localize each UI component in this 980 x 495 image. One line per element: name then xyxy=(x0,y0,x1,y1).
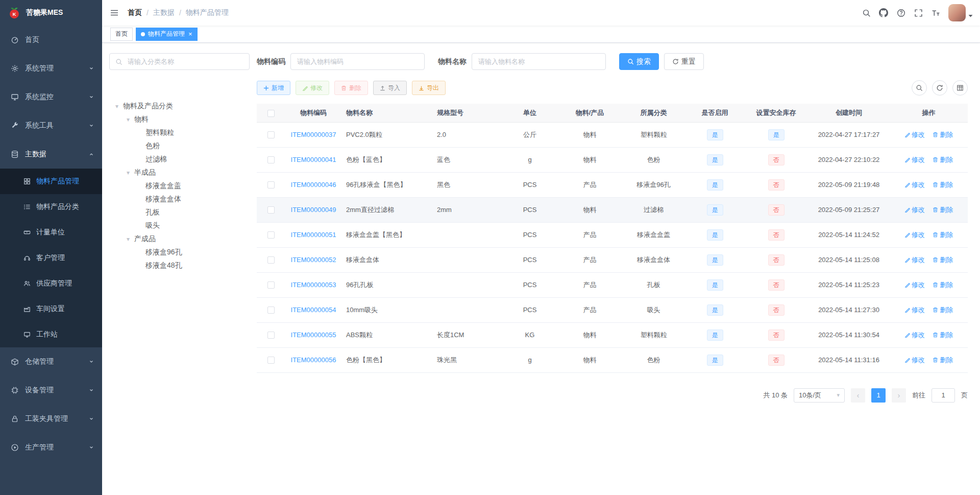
sidebar-subitem-material-product-category[interactable]: 物料产品分类 xyxy=(0,194,102,220)
breadcrumb-master-data[interactable]: 主数据 xyxy=(153,8,175,17)
sidebar-item-warehouse-mgmt[interactable]: 仓储管理 xyxy=(0,347,102,376)
sidebar-item-system-mgmt[interactable]: 系统管理 xyxy=(0,54,102,83)
tree-node[interactable]: ▾ 吸头 xyxy=(109,219,250,232)
select-all-checkbox[interactable] xyxy=(267,110,275,117)
sidebar-subitem-material-product-mgmt[interactable]: 物料产品管理 xyxy=(0,169,102,194)
table-row[interactable]: ITEM00000051 移液盒盒盖【黑色】 PCS 产品 移液盒盒盖 是 否 … xyxy=(257,222,968,247)
delete-row-link[interactable]: 删除 xyxy=(933,230,953,240)
tree-node[interactable]: ▾ 半成品 xyxy=(109,166,250,179)
sidebar-subitem-measure-unit[interactable]: 计量单位 xyxy=(0,220,102,245)
enabled-tag[interactable]: 是 xyxy=(707,279,723,291)
enabled-tag[interactable]: 是 xyxy=(707,179,723,191)
page-1-button[interactable]: 1 xyxy=(871,388,886,403)
delete-row-link[interactable]: 删除 xyxy=(933,205,953,215)
sidebar-item-fixture-mgmt[interactable]: 工装夹具管理 xyxy=(0,405,102,433)
table-row[interactable]: ITEM00000052 移液盒盒体 PCS 产品 移液盒盒体 是 否 2022… xyxy=(257,247,968,272)
sidebar-item-system-tools[interactable]: 系统工具 xyxy=(0,111,102,140)
tree-node[interactable]: ▾ 物料及产品分类 xyxy=(109,100,250,113)
edit-row-link[interactable]: 修改 xyxy=(904,255,925,265)
enabled-tag[interactable]: 是 xyxy=(707,355,723,366)
sidebar-item-master-data[interactable]: 主数据 xyxy=(0,140,102,169)
tree-node[interactable]: ▾ 过滤棉 xyxy=(109,153,250,166)
row-checkbox[interactable] xyxy=(267,256,275,264)
material-code-input[interactable] xyxy=(290,53,425,70)
delete-row-link[interactable]: 删除 xyxy=(933,155,953,164)
material-code-link[interactable]: ITEM00000053 xyxy=(291,281,336,289)
import-button[interactable]: 导入 xyxy=(373,81,407,95)
material-code-link[interactable]: ITEM00000056 xyxy=(291,356,336,364)
enabled-tag[interactable]: 是 xyxy=(707,204,723,216)
tree-node[interactable]: ▾ 孔板 xyxy=(109,206,250,219)
edit-row-link[interactable]: 修改 xyxy=(904,280,925,290)
goto-page-input[interactable] xyxy=(932,388,955,403)
table-row[interactable]: ITEM00000037 PVC2.0颗粒 2.0 公斤 物料 塑料颗粒 是 是… xyxy=(257,122,968,147)
edit-row-link[interactable]: 修改 xyxy=(904,230,925,240)
material-code-link[interactable]: ITEM00000046 xyxy=(291,181,336,188)
delete-row-link[interactable]: 删除 xyxy=(933,356,953,365)
caret-icon[interactable]: ▾ xyxy=(113,103,120,110)
material-code-link[interactable]: ITEM00000052 xyxy=(291,256,336,264)
sidebar-item-home[interactable]: 首页 xyxy=(0,26,102,54)
safe-stock-tag[interactable]: 否 xyxy=(768,355,785,366)
enabled-tag[interactable]: 是 xyxy=(707,304,723,316)
safe-stock-tag[interactable]: 是 xyxy=(768,129,785,140)
safe-stock-tag[interactable]: 否 xyxy=(768,179,785,191)
reset-button[interactable]: 重置 xyxy=(664,53,704,70)
font-size-icon[interactable] xyxy=(927,0,944,26)
sidebar-subitem-supplier-mgmt[interactable]: 供应商管理 xyxy=(0,271,102,296)
safe-stock-tag[interactable]: 否 xyxy=(768,154,785,166)
tree-node[interactable]: ▾ 移液盒盒体 xyxy=(109,193,250,206)
close-icon[interactable]: × xyxy=(188,31,192,37)
add-button[interactable]: 新增 xyxy=(257,81,290,95)
caret-icon[interactable]: ▾ xyxy=(125,235,132,243)
table-row[interactable]: ITEM00000056 色粉【黑色】 珠光黑 g 物料 色粉 是 否 2022… xyxy=(257,347,968,372)
next-page-button[interactable]: › xyxy=(892,388,906,403)
category-search-input[interactable] xyxy=(127,57,243,66)
table-row[interactable]: ITEM00000046 96孔移液盒【黑色】 黑色 PCS 产品 移液盒96孔… xyxy=(257,172,968,197)
tab-material-product-mgmt[interactable]: 物料产品管理 × xyxy=(136,28,198,41)
fullscreen-icon[interactable] xyxy=(910,0,927,26)
prev-page-button[interactable]: ‹ xyxy=(851,388,865,403)
sidebar-subitem-workstation[interactable]: 工作站 xyxy=(0,322,102,347)
delete-row-link[interactable]: 删除 xyxy=(933,130,953,139)
enabled-tag[interactable]: 是 xyxy=(707,329,723,341)
row-checkbox[interactable] xyxy=(267,357,275,364)
enabled-tag[interactable]: 是 xyxy=(707,254,723,266)
enabled-tag[interactable]: 是 xyxy=(707,154,723,166)
sidebar-subitem-customer-mgmt[interactable]: 客户管理 xyxy=(0,245,102,271)
sidebar-item-production-mgmt[interactable]: 生产管理 xyxy=(0,433,102,462)
safe-stock-tag[interactable]: 否 xyxy=(768,254,785,266)
material-code-link[interactable]: ITEM00000054 xyxy=(291,306,336,314)
search-button[interactable]: 搜索 xyxy=(619,53,659,70)
tree-node[interactable]: ▾ 色粉 xyxy=(109,139,250,153)
delete-row-link[interactable]: 删除 xyxy=(933,331,953,340)
breadcrumb-home[interactable]: 首页 xyxy=(128,8,142,17)
material-code-link[interactable]: ITEM00000037 xyxy=(291,131,336,138)
delete-button[interactable]: 删除 xyxy=(334,81,368,95)
edit-row-link[interactable]: 修改 xyxy=(904,205,925,215)
tree-node[interactable]: ▾ 移液盒48孔 xyxy=(109,259,250,272)
row-checkbox[interactable] xyxy=(267,181,275,188)
edit-row-link[interactable]: 修改 xyxy=(904,130,925,139)
sidebar-item-equipment-mgmt[interactable]: 设备管理 xyxy=(0,376,102,405)
tree-node[interactable]: ▾ 塑料颗粒 xyxy=(109,126,250,139)
edit-button[interactable]: 修改 xyxy=(296,81,329,95)
row-checkbox[interactable] xyxy=(267,307,275,314)
delete-row-link[interactable]: 删除 xyxy=(933,280,953,290)
material-code-link[interactable]: ITEM00000049 xyxy=(291,206,336,214)
github-icon[interactable] xyxy=(875,0,892,26)
material-name-input[interactable] xyxy=(472,53,606,70)
page-size-select[interactable]: 10条/页 ▾ xyxy=(794,388,845,403)
delete-row-link[interactable]: 删除 xyxy=(933,180,953,190)
row-checkbox[interactable] xyxy=(267,281,275,289)
caret-icon[interactable]: ▾ xyxy=(125,116,132,123)
tree-node[interactable]: ▾ 移液盒96孔 xyxy=(109,246,250,259)
tree-node[interactable]: ▾ 移液盒盒盖 xyxy=(109,179,250,193)
edit-row-link[interactable]: 修改 xyxy=(904,305,925,315)
row-checkbox[interactable] xyxy=(267,332,275,339)
enabled-tag[interactable]: 是 xyxy=(707,129,723,140)
safe-stock-tag[interactable]: 否 xyxy=(768,279,785,291)
table-row[interactable]: ITEM00000054 10mm吸头 PCS 产品 吸头 是 否 2022-0… xyxy=(257,297,968,322)
row-checkbox[interactable] xyxy=(267,231,275,239)
toggle-search-icon[interactable] xyxy=(912,80,927,96)
